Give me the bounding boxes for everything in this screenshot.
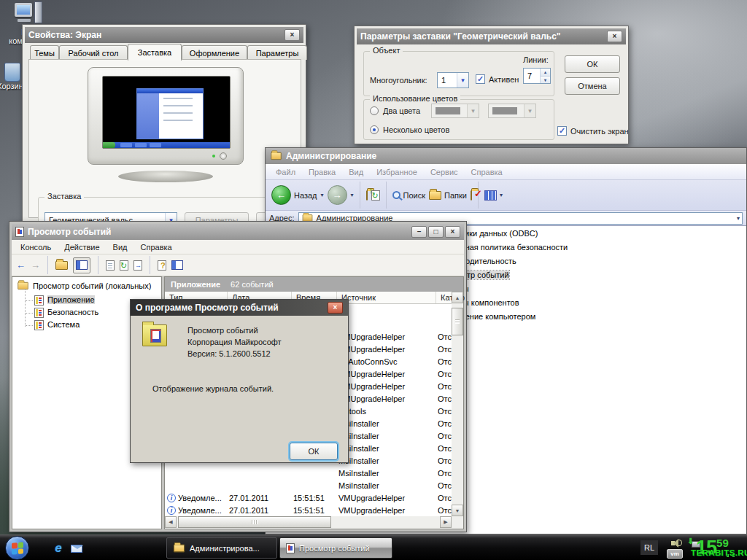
menu-Файл[interactable]: Файл xyxy=(270,166,301,178)
menu-Консоль[interactable]: Консоль xyxy=(15,241,57,253)
back-dropdown-icon[interactable] xyxy=(321,192,324,198)
two-colors-radio[interactable] xyxy=(370,106,379,115)
views-button[interactable] xyxy=(484,190,503,201)
scroll-down-icon[interactable] xyxy=(452,505,463,516)
window-title: Свойства: Экран xyxy=(28,30,101,40)
ok-button[interactable]: ОК xyxy=(565,55,620,73)
address-dropdown-icon[interactable] xyxy=(737,215,740,222)
help-icon[interactable] xyxy=(158,260,166,271)
admin-tools-icon xyxy=(271,152,281,160)
close-icon[interactable] xyxy=(285,29,300,41)
menu-Сервис[interactable]: Сервис xyxy=(425,166,464,178)
panel-icon[interactable] xyxy=(171,260,183,270)
refresh-page-icon[interactable] xyxy=(371,190,380,201)
display-properties-window: Свойства: Экран ТемыРабочий столЗаставка… xyxy=(22,24,306,222)
close-icon[interactable] xyxy=(328,302,343,314)
display-properties-titlebar[interactable]: Свойства: Экран xyxy=(25,27,303,43)
active-checkbox[interactable] xyxy=(476,74,485,84)
spin-down-icon[interactable] xyxy=(541,77,550,84)
scroll-right-icon[interactable] xyxy=(440,516,452,528)
log-icon xyxy=(34,295,44,306)
event-row[interactable]: MsiInstallerОтсутствует xyxy=(165,467,452,480)
show-tree-button[interactable] xyxy=(73,257,90,273)
views-grid-icon xyxy=(484,190,497,201)
column-header-Источник[interactable]: Источник xyxy=(337,292,436,303)
color-select-1[interactable] xyxy=(431,104,479,118)
volume-icon[interactable] xyxy=(671,538,682,548)
up-folder-icon[interactable] xyxy=(55,261,68,270)
event-date: 27.01.2011 xyxy=(229,506,268,515)
back-icon[interactable] xyxy=(16,260,26,270)
event-row[interactable]: MsiInstallerОтсутствует xyxy=(165,480,452,492)
minimize-icon[interactable] xyxy=(411,226,427,238)
menu-Действие[interactable]: Действие xyxy=(58,241,105,253)
polygon-select[interactable]: 1 xyxy=(437,72,469,88)
search-button[interactable]: Поиск xyxy=(392,191,425,200)
scroll-left-icon[interactable] xyxy=(165,516,177,528)
multi-colors-radio[interactable] xyxy=(370,125,379,134)
lines-stepper[interactable]: 7 xyxy=(523,68,551,84)
menu-Вид[interactable]: Вид xyxy=(107,241,133,253)
horizontal-scrollbar[interactable] xyxy=(165,516,452,529)
tab-Параметры[interactable]: Параметры xyxy=(247,45,307,60)
ok-button[interactable]: ОК xyxy=(290,443,338,460)
event-viewer-titlebar[interactable]: Просмотр событий xyxy=(12,224,464,240)
spin-up-icon[interactable] xyxy=(541,69,550,77)
chevron-down-icon[interactable] xyxy=(457,73,468,88)
about-product: Просмотр событий xyxy=(187,326,258,335)
log-header-band: Приложение 62 событий xyxy=(165,277,463,292)
screensaver-tab-page: Заставка Геометрический вальс Параметры … xyxy=(28,59,301,218)
event-source: VMUpgradeHelper xyxy=(338,506,405,515)
back-button[interactable]: Назад xyxy=(271,185,317,205)
vmware-tray-icon[interactable]: vm xyxy=(667,549,683,559)
monitor-power-button xyxy=(220,152,227,160)
menu-Справка[interactable]: Справка xyxy=(135,241,178,253)
event-row[interactable]: Уведомле...27.01.201115:51:51VMUpgradeHe… xyxy=(165,492,452,505)
event-category: Отсутствует xyxy=(438,481,452,490)
clear-screen-checkbox[interactable] xyxy=(557,126,567,136)
scrollbar-thumb[interactable] xyxy=(452,308,463,335)
taskbar-task[interactable]: Администрирова... xyxy=(166,537,277,559)
info-icon xyxy=(167,506,176,515)
forward-icon[interactable] xyxy=(328,185,347,205)
close-icon[interactable] xyxy=(607,31,622,42)
taskbar-task[interactable]: Просмотр событий xyxy=(279,537,392,559)
maximize-icon[interactable] xyxy=(428,226,444,238)
close-icon[interactable] xyxy=(445,226,460,238)
menu-Вид[interactable]: Вид xyxy=(343,166,369,178)
event-row[interactable]: Уведомле...27.01.201115:51:51VMUpgradeHe… xyxy=(165,505,452,517)
forward-icon[interactable] xyxy=(31,260,40,270)
dialog-titlebar[interactable]: Параметры заставки "Геометрический вальс… xyxy=(357,28,626,44)
taskbar: e Администрирова...Просмотр событий RL v… xyxy=(0,534,747,560)
vertical-scrollbar[interactable] xyxy=(452,292,463,516)
event-category: Отсутствует xyxy=(438,332,452,341)
scrollbar-thumb[interactable] xyxy=(178,516,331,528)
export-icon[interactable] xyxy=(133,260,142,271)
menu-Справка[interactable]: Справка xyxy=(465,166,508,178)
red-check-icon: ✓ xyxy=(474,188,482,199)
language-indicator[interactable]: RL xyxy=(640,540,658,555)
color-select-2[interactable] xyxy=(488,104,536,118)
folders-button[interactable]: Папки xyxy=(429,191,467,200)
tab-Рабочий стол[interactable]: Рабочий стол xyxy=(59,45,128,60)
forward-dropdown-icon[interactable] xyxy=(351,192,354,198)
event-category: Отсутствует xyxy=(438,506,452,515)
sync-button[interactable]: ✓ xyxy=(471,191,472,200)
up-button[interactable] xyxy=(366,191,368,200)
task-label: Администрирова... xyxy=(190,544,260,553)
admin-titlebar[interactable]: Администрирование xyxy=(266,148,746,164)
menu-Избранное[interactable]: Избранное xyxy=(371,166,423,178)
console-root-icon xyxy=(18,282,28,289)
properties-icon[interactable] xyxy=(106,260,115,271)
refresh-icon[interactable] xyxy=(120,260,128,271)
cancel-button[interactable]: Отмена xyxy=(565,77,620,95)
tab-Заставка[interactable]: Заставка xyxy=(128,44,182,61)
log-icon xyxy=(34,320,44,330)
log-count: 62 событий xyxy=(231,280,274,289)
about-titlebar[interactable]: О программе Просмотр событий xyxy=(131,300,348,316)
tab-Темы[interactable]: Темы xyxy=(30,45,59,60)
tab-Оформление[interactable]: Оформление xyxy=(182,45,247,60)
scroll-up-icon[interactable] xyxy=(452,292,463,303)
menu-Правка[interactable]: Правка xyxy=(303,166,341,178)
object-group: Объект Многоугольник: 1 Активен Линии: 7 xyxy=(363,51,554,96)
